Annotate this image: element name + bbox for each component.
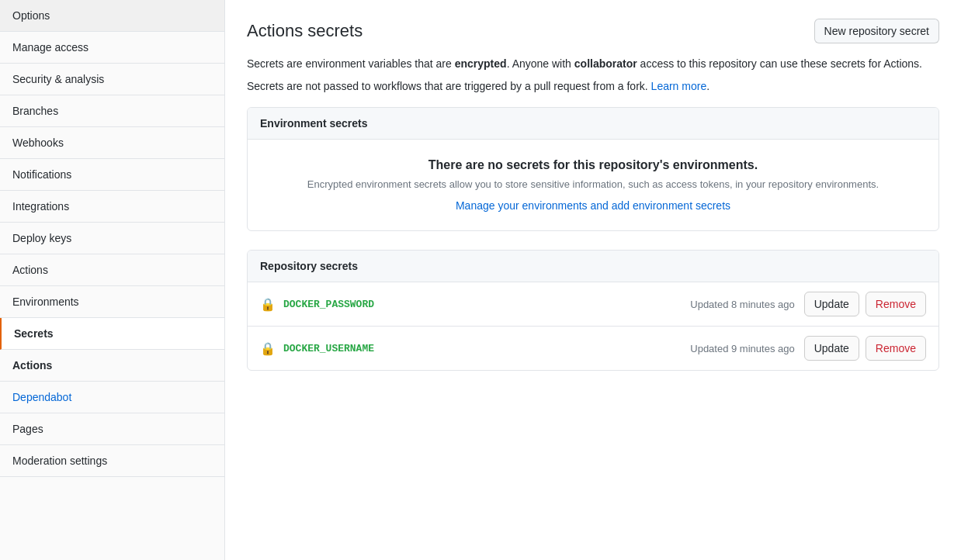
lock-icon-docker-username: 🔒: [260, 341, 276, 356]
learn-more-link[interactable]: Learn more: [651, 80, 707, 92]
sidebar-item-branches[interactable]: Branches: [0, 95, 224, 127]
repository-secrets-header: Repository secrets: [248, 251, 938, 282]
page-title: Actions secrets: [247, 21, 363, 41]
new-repository-secret-button[interactable]: New repository secret: [814, 19, 939, 43]
page-header: Actions secrets New repository secret: [247, 19, 939, 43]
secret-meta-docker-password: Updated 8 minutes ago: [690, 299, 794, 310]
sidebar-actions-header: Actions: [0, 350, 224, 382]
secret-name-docker-password: DOCKER_PASSWORD: [283, 299, 690, 310]
desc-line2-suffix: .: [706, 80, 709, 92]
sidebar-item-environments[interactable]: Environments: [0, 286, 224, 318]
sidebar-item-secrets[interactable]: Secrets: [0, 318, 224, 350]
sidebar-item-integrations[interactable]: Integrations: [0, 191, 224, 223]
main-content: Actions secrets New repository secret Se…: [225, 0, 961, 560]
environment-secrets-header: Environment secrets: [248, 108, 938, 140]
remove-docker-password-button[interactable]: Remove: [866, 292, 926, 316]
remove-docker-username-button[interactable]: Remove: [866, 336, 926, 361]
repository-secrets-card: Repository secrets 🔒 DOCKER_PASSWORD Upd…: [247, 250, 939, 371]
secret-name-docker-username: DOCKER_USERNAME: [283, 343, 690, 354]
sidebar-item-pages[interactable]: Pages: [0, 413, 224, 445]
lock-icon-docker-password: 🔒: [260, 297, 276, 312]
manage-environments-link[interactable]: Manage your environments and add environ…: [456, 199, 730, 212]
sidebar-item-notifications[interactable]: Notifications: [0, 159, 224, 191]
desc-mid: . Anyone with: [507, 57, 574, 70]
sidebar-item-actions[interactable]: Actions: [0, 254, 224, 286]
environment-secrets-card: Environment secrets There are no secrets…: [247, 107, 939, 231]
sidebar-item-manage-access[interactable]: Manage access: [0, 32, 224, 64]
desc-line2-prefix: Secrets are not passed to workflows that…: [247, 80, 651, 92]
environment-secrets-body: There are no secrets for this repository…: [248, 140, 938, 230]
desc-prefix: Secrets are environment variables that a…: [247, 57, 455, 70]
env-secrets-empty-desc: Encrypted environment secrets allow you …: [260, 178, 926, 190]
description-line2: Secrets are not passed to workflows that…: [247, 78, 939, 95]
update-docker-password-button[interactable]: Update: [804, 292, 859, 316]
desc-suffix: access to this repository can use these …: [637, 57, 922, 70]
desc-bold-collaborator: collaborator: [574, 57, 637, 70]
sidebar-item-security-analysis[interactable]: Security & analysis: [0, 64, 224, 95]
sidebar-item-options[interactable]: Options: [0, 0, 224, 32]
sidebar-item-webhooks[interactable]: Webhooks: [0, 127, 224, 159]
desc-bold-encrypted: encrypted: [455, 57, 507, 70]
update-docker-username-button[interactable]: Update: [804, 336, 859, 361]
secret-row-docker-password: 🔒 DOCKER_PASSWORD Updated 8 minutes ago …: [248, 282, 938, 327]
secret-actions-docker-username: Update Remove: [804, 336, 926, 361]
secret-meta-docker-username: Updated 9 minutes ago: [690, 343, 794, 354]
env-secrets-empty-title: There are no secrets for this repository…: [260, 158, 926, 172]
sidebar-item-dependabot[interactable]: Dependabot: [0, 382, 224, 413]
secret-row-docker-username: 🔒 DOCKER_USERNAME Updated 9 minutes ago …: [248, 327, 938, 370]
sidebar-item-moderation-settings[interactable]: Moderation settings: [0, 445, 224, 477]
sidebar-item-deploy-keys[interactable]: Deploy keys: [0, 223, 224, 254]
description-line1: Secrets are environment variables that a…: [247, 56, 939, 72]
secret-actions-docker-password: Update Remove: [804, 292, 926, 316]
sidebar: Options Manage access Security & analysi…: [0, 0, 225, 560]
